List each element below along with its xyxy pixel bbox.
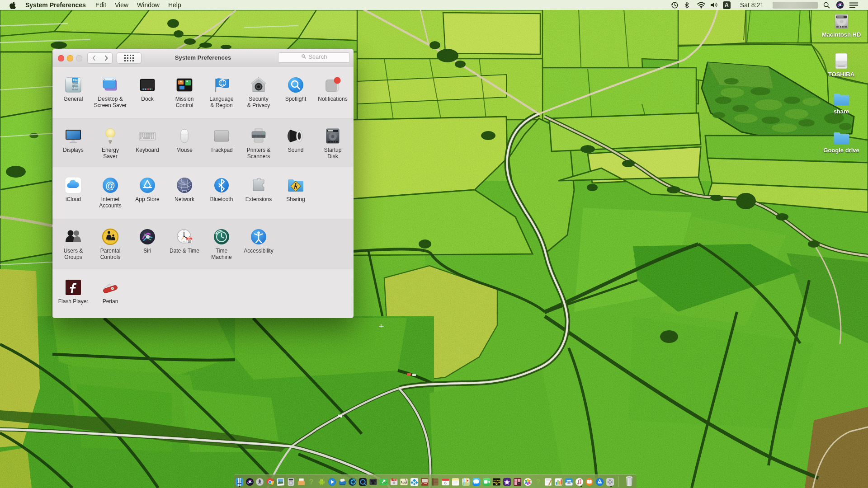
svg-text:App: App — [401, 481, 406, 484]
svg-text:18: 18 — [188, 240, 191, 243]
svg-text:New: New — [72, 83, 78, 86]
svg-text:?: ? — [309, 478, 314, 486]
svg-text:COMIC: COMIC — [421, 483, 429, 485]
svg-text:TELLER: TELLER — [493, 481, 501, 483]
svg-text:?: ? — [536, 478, 540, 486]
svg-text:File: File — [73, 79, 78, 82]
svg-text:@: @ — [105, 180, 115, 191]
svg-text:6: 6 — [444, 480, 447, 485]
svg-text:Ope: Ope — [72, 86, 78, 90]
